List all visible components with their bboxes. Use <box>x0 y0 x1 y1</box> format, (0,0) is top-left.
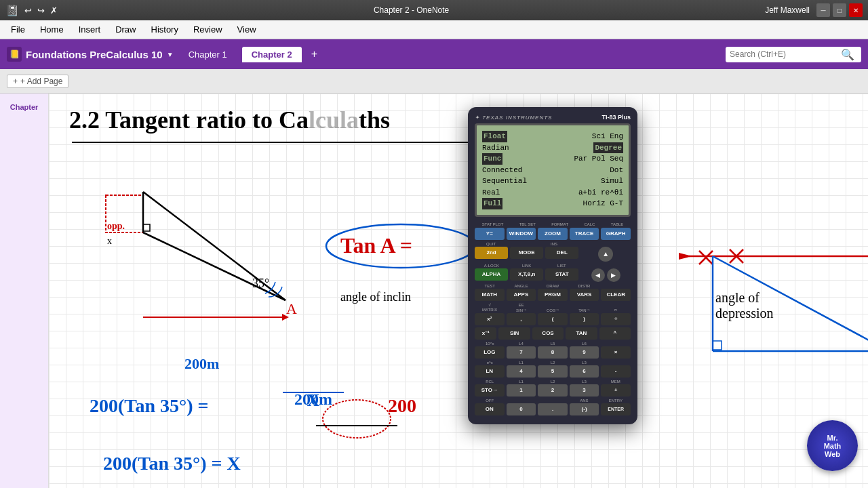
calc-row5-sub2: MATRIX SIN⁻¹ COS⁻¹ TAN⁻¹ π <box>475 308 631 312</box>
calculator: ✦ TEXAS INSTRUMENTS TI-83 Plus FloatSci … <box>468 107 637 424</box>
svg-line-14 <box>730 249 743 263</box>
menu-file[interactable]: File <box>4 23 32 36</box>
btn-del[interactable]: DEL <box>545 247 578 259</box>
calc-row-alpha: ALPHA X,T,θ,n STAT ◀ ▶ <box>475 268 631 282</box>
btn-xinv[interactable]: x⁻¹ <box>475 327 496 340</box>
svg-point-8 <box>326 224 475 268</box>
notebookbar: 📒 Foundations PreCalculus 10 ▼ Chapter 1… <box>0 39 868 69</box>
btn-div[interactable]: ÷ <box>601 313 631 325</box>
btn-neg[interactable]: (-) <box>570 403 599 415</box>
btn-zoom[interactable]: ZOOM <box>538 228 568 240</box>
plus-icon: + <box>13 77 18 86</box>
quick-access-redo[interactable]: ↪ <box>37 5 45 16</box>
menu-view[interactable]: View <box>231 23 263 36</box>
calc-row8-sub: e^x L1 L2 L3 <box>475 361 631 365</box>
svg-line-13 <box>699 251 713 264</box>
maximize-button[interactable]: □ <box>833 3 846 17</box>
btn-alpha[interactable]: ALPHA <box>475 268 508 281</box>
btn-ln[interactable]: LN <box>475 365 505 378</box>
btn-up[interactable]: ▲ <box>598 247 613 262</box>
sidebar: Chapter <box>0 94 49 488</box>
btn-3[interactable]: 3 <box>570 384 599 396</box>
btn-9[interactable]: 9 <box>570 346 599 359</box>
notes-canvas[interactable]: 2.2 Tangent ratio to Calculaths p 81 opp… <box>49 94 868 488</box>
menu-insert[interactable]: Insert <box>72 23 108 36</box>
quick-access-undo[interactable]: ↩ <box>24 5 32 16</box>
btn-5[interactable]: 5 <box>538 365 568 378</box>
quick-access-3[interactable]: ✗ <box>50 5 58 16</box>
label-x-side: x <box>107 236 112 247</box>
btn-y[interactable]: Y= <box>475 228 505 240</box>
btn-cos[interactable]: COS <box>532 327 564 340</box>
label-35deg: 35° <box>252 277 269 291</box>
btn-power[interactable]: ^ <box>599 327 631 340</box>
calc-row-log: LOG 7 8 9 × <box>475 346 631 359</box>
menu-draw[interactable]: Draw <box>108 23 142 36</box>
btn-log[interactable]: LOG <box>475 346 505 359</box>
svg-line-15 <box>730 249 743 263</box>
btn-0[interactable]: 0 <box>507 403 536 415</box>
btn-minus[interactable]: - <box>601 365 631 378</box>
btn-comma[interactable]: , <box>507 313 536 325</box>
btn-7[interactable]: 7 <box>507 346 536 359</box>
titlebar-controls: ─ □ ✕ <box>816 3 863 17</box>
btn-dot[interactable]: . <box>538 403 568 415</box>
btn-rparen[interactable]: ) <box>570 313 599 325</box>
tab-chapter1[interactable]: Chapter 1 <box>179 47 237 62</box>
btn-left[interactable]: ◀ <box>591 268 605 282</box>
calc-row2-sub: QUIT INS <box>475 242 631 246</box>
label-opp: opp. <box>107 221 125 232</box>
btn-2[interactable]: 2 <box>538 384 568 396</box>
eq1-200: 200 <box>388 395 416 417</box>
btn-graph[interactable]: GRAPH <box>601 228 631 240</box>
btn-1[interactable]: 1 <box>507 384 536 396</box>
btn-trace[interactable]: TRACE <box>570 228 599 240</box>
btn-lparen[interactable]: ( <box>538 313 568 325</box>
btn-on[interactable]: ON <box>475 403 505 415</box>
btn-xt[interactable]: X,T,θ,n <box>510 268 543 281</box>
menu-home[interactable]: Home <box>33 23 71 36</box>
dropdown-arrow-icon[interactable]: ▼ <box>167 51 174 58</box>
equation1: 200(Tan 35°) = <box>90 395 208 417</box>
calc-brand: ✦ TEXAS INSTRUMENTS TI-83 Plus <box>475 114 631 121</box>
sidebar-chapter[interactable]: Chapter <box>0 99 48 115</box>
calc-row-sin: x⁻¹ SIN COS TAN ^ <box>475 327 631 340</box>
btn-enter[interactable]: ENTER <box>601 403 631 415</box>
svg-rect-5 <box>143 224 150 231</box>
btn-2nd[interactable]: 2nd <box>475 247 508 259</box>
btn-right[interactable]: ▶ <box>607 268 620 282</box>
calc-row9-sub: RCL L1 L2 L3 MEM <box>475 380 631 384</box>
angle-inclin-label: angle of inclin <box>340 290 411 304</box>
btn-clear[interactable]: CLEAR <box>601 289 631 301</box>
btn-math[interactable]: MATH <box>475 289 505 301</box>
close-button[interactable]: ✕ <box>849 3 863 17</box>
btn-sin[interactable]: SIN <box>498 327 530 340</box>
btn-vars[interactable]: VARS <box>570 289 599 301</box>
btn-6[interactable]: 6 <box>570 365 599 378</box>
search-icon[interactable]: 🔍 <box>841 48 854 61</box>
btn-8[interactable]: 8 <box>538 346 568 359</box>
calc-top-row: Y= WINDOW ZOOM TRACE GRAPH <box>475 228 631 240</box>
minimize-button[interactable]: ─ <box>816 3 830 17</box>
btn-sto[interactable]: STO→ <box>475 384 505 396</box>
btn-apps[interactable]: APPS <box>507 289 536 301</box>
username: Jeff Maxwell <box>765 5 810 15</box>
btn-mul[interactable]: × <box>601 346 631 359</box>
btn-window[interactable]: WINDOW <box>507 228 536 240</box>
tab-chapter2[interactable]: Chapter 2 <box>242 47 302 62</box>
tab-add-button[interactable]: + <box>307 48 321 60</box>
menu-review[interactable]: Review <box>186 23 229 36</box>
add-page-button[interactable]: + + Add Page <box>7 75 68 88</box>
menu-history[interactable]: History <box>144 23 185 36</box>
btn-x2[interactable]: x² <box>475 313 505 325</box>
btn-mode[interactable]: MODE <box>510 247 543 259</box>
search-input[interactable] <box>730 49 838 59</box>
btn-stat[interactable]: STAT <box>545 268 578 281</box>
btn-4[interactable]: 4 <box>507 365 536 378</box>
btn-plus[interactable]: + <box>601 384 631 396</box>
calc-row-sto: STO→ 1 2 3 + <box>475 384 631 396</box>
calc-row-2nd: 2nd MODE DEL ▲ <box>475 247 631 262</box>
btn-tan[interactable]: TAN <box>566 327 597 340</box>
svg-line-4 <box>143 192 285 300</box>
btn-prgm[interactable]: PRGM <box>538 289 568 301</box>
